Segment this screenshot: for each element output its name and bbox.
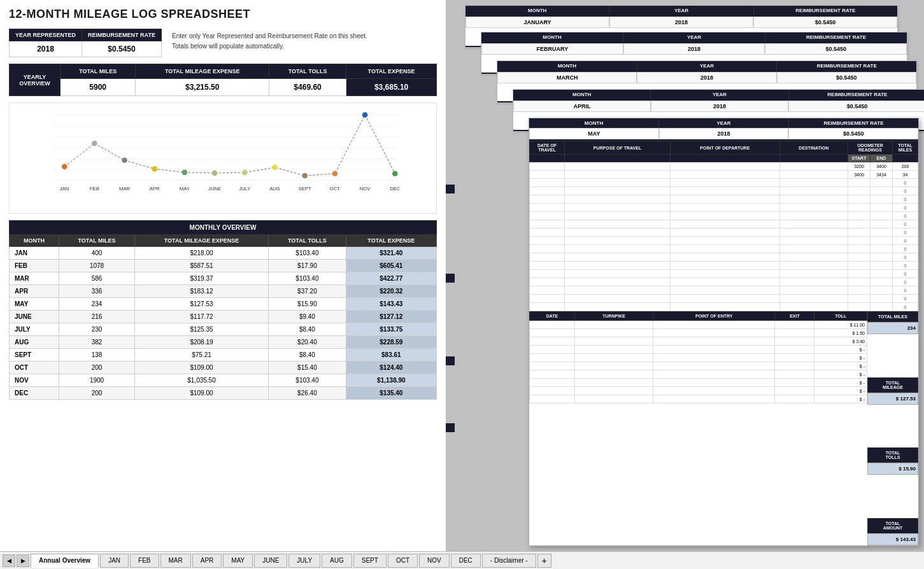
toll-table: DATE TURNPIKE POINT OF ENTRY EXIT TOLL $… bbox=[529, 311, 867, 404]
travel-row: 0 bbox=[530, 237, 918, 245]
year-rate-table: YEAR REPRESENTED REIMBURSEMENT RATE 2018… bbox=[9, 29, 162, 57]
toll-row: $ 3.40 bbox=[530, 337, 867, 346]
table-row: AUG 382 $208.19 $20.40 $228.59 bbox=[10, 336, 437, 349]
travel-row: 0 bbox=[530, 187, 918, 195]
main-content: 12-MONTH MILEAGE LOG SPREADSHEET YEAR RE… bbox=[0, 0, 924, 551]
tab-aug[interactable]: AUG bbox=[322, 554, 352, 568]
toll-row: $ - bbox=[530, 354, 867, 362]
chart-point-aug bbox=[272, 165, 278, 171]
year-value[interactable]: 2018 bbox=[10, 41, 82, 57]
toll-section: DATE TURNPIKE POINT OF ENTRY EXIT TOLL $… bbox=[529, 311, 867, 545]
toll-row: $ - bbox=[530, 370, 867, 379]
table-row: APR 336 $183.12 $37.20 $220.32 bbox=[10, 285, 437, 298]
total-mileage-summary-value: $ 127.53 bbox=[867, 393, 918, 405]
chart-label-oct: OCT bbox=[330, 186, 341, 192]
travel-row: 0 bbox=[530, 295, 918, 303]
total-expense-value: $3,685.10 bbox=[346, 79, 437, 96]
col-start: START bbox=[848, 155, 871, 162]
tab-sept[interactable]: SEPT bbox=[353, 554, 387, 568]
toll-row: $ 1.50 bbox=[530, 329, 867, 337]
may-month-value: MAY bbox=[529, 128, 659, 139]
toll-row: $ - bbox=[530, 362, 867, 370]
table-row: SEPT 138 $75.21 $8.40 $83.61 bbox=[10, 349, 437, 362]
toll-row: $ - bbox=[530, 379, 867, 387]
table-row: JUNE 216 $117.72 $9.40 $127.12 bbox=[10, 311, 437, 323]
travel-row: 0 bbox=[530, 253, 918, 262]
chart-label-may: MAY bbox=[180, 186, 190, 192]
toll-row: $ 11.00 bbox=[530, 321, 867, 329]
col-end: END bbox=[871, 155, 893, 162]
tab-feb[interactable]: FEB bbox=[130, 554, 159, 568]
travel-table: DATE OF TRAVEL PURPOSE OF TRAVEL POINT O… bbox=[529, 141, 918, 311]
table-row: DEC 200 $109.00 $26.40 $135.40 bbox=[10, 387, 437, 400]
scroll-indicator-1 bbox=[446, 185, 455, 193]
travel-row: 0 bbox=[530, 270, 918, 278]
tab-july[interactable]: JULY bbox=[288, 554, 320, 568]
total-tolls-summary-value: $ 15.90 bbox=[867, 463, 918, 475]
travel-row: 0 bbox=[530, 204, 918, 212]
chart-point-may bbox=[182, 170, 188, 176]
table-row: MAY 234 $127.53 $15.90 $143.43 bbox=[10, 298, 437, 311]
bottom-section: DATE TURNPIKE POINT OF ENTRY EXIT TOLL $… bbox=[529, 311, 918, 545]
tab-add-button[interactable]: + bbox=[537, 554, 551, 568]
total-miles-summary-value: 234 bbox=[867, 322, 918, 334]
tab-jan[interactable]: JAN bbox=[100, 554, 129, 568]
tab-annual-overview[interactable]: Annual Overview bbox=[31, 554, 99, 568]
total-expense-header: TOTAL EXPENSE bbox=[346, 64, 437, 79]
total-mileage-summary-label: TOTALMILEAGE bbox=[867, 377, 918, 393]
chart-point-jun bbox=[212, 171, 218, 176]
chart-point-mar bbox=[122, 158, 127, 164]
total-miles-summary-label: TOTAL MILES bbox=[867, 311, 918, 322]
chart-label-jul: JULY bbox=[239, 186, 250, 192]
chart-area: JAN FEB MAR APR MAY JUNE JULY AUG SEPT O… bbox=[9, 102, 437, 214]
tab-may[interactable]: MAY bbox=[223, 554, 253, 568]
chart-point-apr bbox=[152, 166, 157, 172]
col-date-travel: DATE OF TRAVEL bbox=[530, 141, 565, 155]
chart-label-mar: MAR bbox=[119, 186, 131, 192]
tab-disclaimer[interactable]: - Disclaimer - bbox=[482, 554, 536, 568]
toll-row: $ - bbox=[530, 395, 867, 404]
total-tolls-summary-label: TOTALTOLLS bbox=[867, 447, 918, 463]
scroll-indicator-4 bbox=[446, 423, 455, 432]
col-mileage-expense: TOTAL MILEAGE EXPENSE bbox=[134, 235, 268, 247]
chart-label-feb: FEB bbox=[90, 186, 99, 192]
table-row: JULY 230 $125.35 $8.40 $133.75 bbox=[10, 323, 437, 336]
rate-value[interactable]: $0.5450 bbox=[82, 41, 161, 57]
total-amount-summary-value: $ 143.43 bbox=[867, 533, 918, 545]
page-title: 12-MONTH MILEAGE LOG SPREADSHEET bbox=[9, 8, 437, 21]
total-miles-header: TOTAL MILES bbox=[60, 64, 136, 79]
travel-row: 0 bbox=[530, 262, 918, 270]
chart-label-apr: APR bbox=[150, 186, 160, 192]
tab-next-arrow[interactable]: ▶ bbox=[17, 554, 29, 567]
col-purpose: PURPOSE OF TRAVEL bbox=[565, 141, 671, 155]
may-year-value: 2018 bbox=[659, 128, 789, 139]
chart-label-aug: AUG bbox=[269, 186, 280, 192]
tab-june[interactable]: JUNE bbox=[254, 554, 287, 568]
monthly-overview-table: MONTHLY OVERVIEW MONTH TOTAL MILES TOTAL… bbox=[9, 220, 437, 400]
col-odometer: ODOMETER READINGS bbox=[848, 141, 893, 155]
tab-mar[interactable]: MAR bbox=[160, 554, 191, 568]
tab-nov[interactable]: NOV bbox=[419, 554, 450, 568]
yearly-overview-label: YEARLYOVERVIEW bbox=[10, 64, 60, 96]
chart-label-jun: JUNE bbox=[208, 186, 221, 192]
col-departure: POINT OF DEPARTURE bbox=[671, 141, 780, 155]
tab-dec[interactable]: DEC bbox=[451, 554, 481, 568]
tab-oct[interactable]: OCT bbox=[388, 554, 418, 568]
toll-row: $ - bbox=[530, 346, 867, 354]
may-header: MONTH YEAR REIMBURSEMENT RATE bbox=[529, 118, 918, 128]
tab-apr[interactable]: APR bbox=[192, 554, 222, 568]
chart-label-jan: JAN bbox=[60, 186, 69, 192]
yearly-overview-table: YEARLYOVERVIEW TOTAL MILES TOTAL MILEAGE… bbox=[9, 64, 437, 96]
col-total-miles: TOTAL MILES bbox=[59, 235, 135, 247]
tab-prev-arrow[interactable]: ◀ bbox=[3, 554, 15, 567]
travel-row: 0 bbox=[530, 303, 918, 311]
chart-svg: JAN FEB MAR APR MAY JUNE JULY AUG SEPT O… bbox=[16, 109, 430, 194]
summary-section: TOTAL MILES 234 TOTALMILEAGE $ 127.53 TO… bbox=[867, 311, 918, 545]
chart-point-sep bbox=[302, 173, 308, 179]
travel-row: 0 bbox=[530, 212, 918, 220]
right-panel: MONTH YEAR REIMBURSEMENT RATE JANUARY 20… bbox=[446, 0, 924, 551]
year-represented-header: YEAR REPRESENTED bbox=[10, 29, 82, 41]
travel-row: 0 bbox=[530, 228, 918, 237]
may-month-label: MONTH bbox=[529, 118, 659, 128]
chart-point-dec bbox=[392, 171, 398, 176]
